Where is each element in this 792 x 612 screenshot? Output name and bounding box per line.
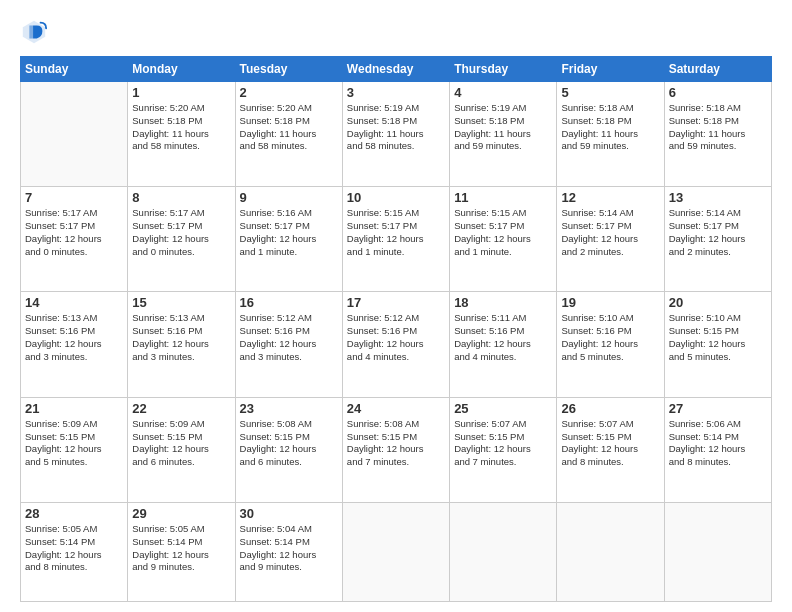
day-info: Sunrise: 5:16 AMSunset: 5:17 PMDaylight:…: [240, 207, 338, 258]
day-number: 9: [240, 190, 338, 205]
day-info: Sunrise: 5:05 AMSunset: 5:14 PMDaylight:…: [132, 523, 230, 574]
calendar-cell: 14Sunrise: 5:13 AMSunset: 5:16 PMDayligh…: [21, 292, 128, 397]
day-info: Sunrise: 5:20 AMSunset: 5:18 PMDaylight:…: [132, 102, 230, 153]
calendar-cell: 29Sunrise: 5:05 AMSunset: 5:14 PMDayligh…: [128, 502, 235, 601]
day-info: Sunrise: 5:08 AMSunset: 5:15 PMDaylight:…: [347, 418, 445, 469]
day-info: Sunrise: 5:14 AMSunset: 5:17 PMDaylight:…: [561, 207, 659, 258]
day-number: 18: [454, 295, 552, 310]
day-number: 11: [454, 190, 552, 205]
day-number: 23: [240, 401, 338, 416]
day-info: Sunrise: 5:07 AMSunset: 5:15 PMDaylight:…: [561, 418, 659, 469]
calendar-cell: 11Sunrise: 5:15 AMSunset: 5:17 PMDayligh…: [450, 187, 557, 292]
day-info: Sunrise: 5:06 AMSunset: 5:14 PMDaylight:…: [669, 418, 767, 469]
calendar-cell: 10Sunrise: 5:15 AMSunset: 5:17 PMDayligh…: [342, 187, 449, 292]
day-number: 6: [669, 85, 767, 100]
day-number: 7: [25, 190, 123, 205]
calendar-cell: 20Sunrise: 5:10 AMSunset: 5:15 PMDayligh…: [664, 292, 771, 397]
calendar-weekday-thursday: Thursday: [450, 57, 557, 82]
day-info: Sunrise: 5:04 AMSunset: 5:14 PMDaylight:…: [240, 523, 338, 574]
day-info: Sunrise: 5:10 AMSunset: 5:16 PMDaylight:…: [561, 312, 659, 363]
day-number: 10: [347, 190, 445, 205]
calendar-week-row: 14Sunrise: 5:13 AMSunset: 5:16 PMDayligh…: [21, 292, 772, 397]
calendar-cell: 2Sunrise: 5:20 AMSunset: 5:18 PMDaylight…: [235, 82, 342, 187]
calendar-cell: 5Sunrise: 5:18 AMSunset: 5:18 PMDaylight…: [557, 82, 664, 187]
calendar-cell: 16Sunrise: 5:12 AMSunset: 5:16 PMDayligh…: [235, 292, 342, 397]
calendar-cell: 1Sunrise: 5:20 AMSunset: 5:18 PMDaylight…: [128, 82, 235, 187]
day-number: 2: [240, 85, 338, 100]
calendar-cell: [450, 502, 557, 601]
calendar-cell: 22Sunrise: 5:09 AMSunset: 5:15 PMDayligh…: [128, 397, 235, 502]
day-number: 4: [454, 85, 552, 100]
day-info: Sunrise: 5:09 AMSunset: 5:15 PMDaylight:…: [25, 418, 123, 469]
logo-icon: [20, 18, 48, 46]
day-info: Sunrise: 5:13 AMSunset: 5:16 PMDaylight:…: [25, 312, 123, 363]
day-info: Sunrise: 5:14 AMSunset: 5:17 PMDaylight:…: [669, 207, 767, 258]
day-info: Sunrise: 5:13 AMSunset: 5:16 PMDaylight:…: [132, 312, 230, 363]
day-number: 3: [347, 85, 445, 100]
day-number: 15: [132, 295, 230, 310]
day-number: 5: [561, 85, 659, 100]
day-number: 29: [132, 506, 230, 521]
day-info: Sunrise: 5:15 AMSunset: 5:17 PMDaylight:…: [454, 207, 552, 258]
calendar-cell: 7Sunrise: 5:17 AMSunset: 5:17 PMDaylight…: [21, 187, 128, 292]
day-number: 16: [240, 295, 338, 310]
day-info: Sunrise: 5:15 AMSunset: 5:17 PMDaylight:…: [347, 207, 445, 258]
day-info: Sunrise: 5:18 AMSunset: 5:18 PMDaylight:…: [669, 102, 767, 153]
day-number: 25: [454, 401, 552, 416]
calendar-cell: 15Sunrise: 5:13 AMSunset: 5:16 PMDayligh…: [128, 292, 235, 397]
calendar-weekday-monday: Monday: [128, 57, 235, 82]
logo: [20, 18, 52, 46]
day-number: 12: [561, 190, 659, 205]
calendar-week-row: 28Sunrise: 5:05 AMSunset: 5:14 PMDayligh…: [21, 502, 772, 601]
calendar-weekday-sunday: Sunday: [21, 57, 128, 82]
calendar-cell: 19Sunrise: 5:10 AMSunset: 5:16 PMDayligh…: [557, 292, 664, 397]
calendar-cell: [557, 502, 664, 601]
calendar-cell: 13Sunrise: 5:14 AMSunset: 5:17 PMDayligh…: [664, 187, 771, 292]
day-number: 13: [669, 190, 767, 205]
day-info: Sunrise: 5:10 AMSunset: 5:15 PMDaylight:…: [669, 312, 767, 363]
day-info: Sunrise: 5:09 AMSunset: 5:15 PMDaylight:…: [132, 418, 230, 469]
day-number: 24: [347, 401, 445, 416]
day-number: 17: [347, 295, 445, 310]
day-number: 8: [132, 190, 230, 205]
day-number: 20: [669, 295, 767, 310]
calendar-cell: [664, 502, 771, 601]
day-info: Sunrise: 5:08 AMSunset: 5:15 PMDaylight:…: [240, 418, 338, 469]
day-number: 28: [25, 506, 123, 521]
calendar-cell: 3Sunrise: 5:19 AMSunset: 5:18 PMDaylight…: [342, 82, 449, 187]
day-info: Sunrise: 5:17 AMSunset: 5:17 PMDaylight:…: [132, 207, 230, 258]
calendar-week-row: 7Sunrise: 5:17 AMSunset: 5:17 PMDaylight…: [21, 187, 772, 292]
day-info: Sunrise: 5:19 AMSunset: 5:18 PMDaylight:…: [454, 102, 552, 153]
day-number: 14: [25, 295, 123, 310]
calendar-cell: 25Sunrise: 5:07 AMSunset: 5:15 PMDayligh…: [450, 397, 557, 502]
calendar-weekday-friday: Friday: [557, 57, 664, 82]
calendar-cell: 6Sunrise: 5:18 AMSunset: 5:18 PMDaylight…: [664, 82, 771, 187]
day-info: Sunrise: 5:11 AMSunset: 5:16 PMDaylight:…: [454, 312, 552, 363]
calendar-cell: 9Sunrise: 5:16 AMSunset: 5:17 PMDaylight…: [235, 187, 342, 292]
calendar-cell: 18Sunrise: 5:11 AMSunset: 5:16 PMDayligh…: [450, 292, 557, 397]
calendar-week-row: 21Sunrise: 5:09 AMSunset: 5:15 PMDayligh…: [21, 397, 772, 502]
day-info: Sunrise: 5:17 AMSunset: 5:17 PMDaylight:…: [25, 207, 123, 258]
day-info: Sunrise: 5:12 AMSunset: 5:16 PMDaylight:…: [347, 312, 445, 363]
calendar-cell: 24Sunrise: 5:08 AMSunset: 5:15 PMDayligh…: [342, 397, 449, 502]
calendar-cell: [21, 82, 128, 187]
day-number: 19: [561, 295, 659, 310]
calendar-weekday-wednesday: Wednesday: [342, 57, 449, 82]
day-number: 21: [25, 401, 123, 416]
day-info: Sunrise: 5:20 AMSunset: 5:18 PMDaylight:…: [240, 102, 338, 153]
day-number: 1: [132, 85, 230, 100]
calendar-table: SundayMondayTuesdayWednesdayThursdayFrid…: [20, 56, 772, 602]
calendar-cell: 4Sunrise: 5:19 AMSunset: 5:18 PMDaylight…: [450, 82, 557, 187]
calendar-cell: 8Sunrise: 5:17 AMSunset: 5:17 PMDaylight…: [128, 187, 235, 292]
calendar-cell: 26Sunrise: 5:07 AMSunset: 5:15 PMDayligh…: [557, 397, 664, 502]
calendar-cell: 30Sunrise: 5:04 AMSunset: 5:14 PMDayligh…: [235, 502, 342, 601]
day-info: Sunrise: 5:19 AMSunset: 5:18 PMDaylight:…: [347, 102, 445, 153]
calendar-cell: 27Sunrise: 5:06 AMSunset: 5:14 PMDayligh…: [664, 397, 771, 502]
day-info: Sunrise: 5:12 AMSunset: 5:16 PMDaylight:…: [240, 312, 338, 363]
page: SundayMondayTuesdayWednesdayThursdayFrid…: [0, 0, 792, 612]
day-info: Sunrise: 5:05 AMSunset: 5:14 PMDaylight:…: [25, 523, 123, 574]
calendar-cell: 21Sunrise: 5:09 AMSunset: 5:15 PMDayligh…: [21, 397, 128, 502]
calendar-cell: [342, 502, 449, 601]
header: [20, 18, 772, 46]
calendar-cell: 17Sunrise: 5:12 AMSunset: 5:16 PMDayligh…: [342, 292, 449, 397]
